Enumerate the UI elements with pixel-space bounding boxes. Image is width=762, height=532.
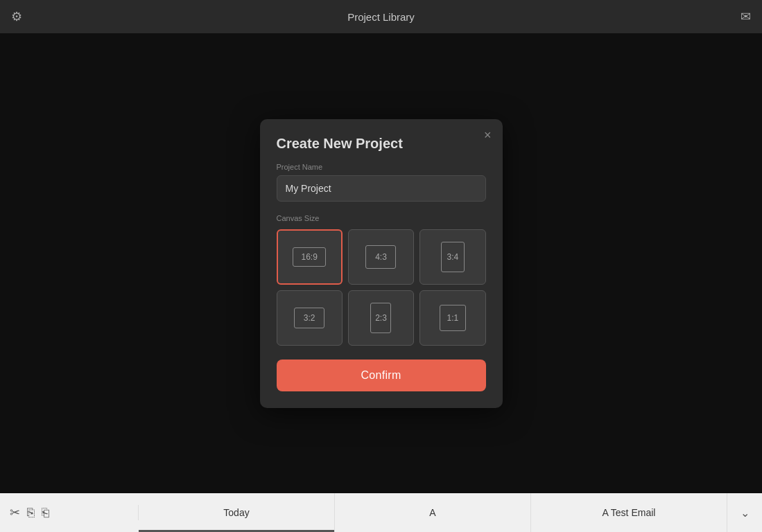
scissors-icon[interactable]: ✂	[10, 505, 20, 520]
project-name-label: Project Name	[277, 163, 486, 171]
bottom-tabs: Today A A Test Email	[139, 493, 727, 532]
tab-a-label: A	[429, 507, 435, 518]
create-project-modal: × Create New Project Project Name Canvas…	[260, 119, 503, 408]
confirm-button[interactable]: Confirm	[277, 360, 486, 391]
canvas-option-4-3[interactable]: 4:3	[348, 229, 414, 285]
canvas-ratio-box-3-4: 3:4	[441, 242, 465, 272]
canvas-ratio-box-1-1: 1:1	[440, 305, 466, 331]
canvas-ratio-label-2-3: 2:3	[375, 313, 387, 323]
canvas-option-16-9[interactable]: 16:9	[277, 229, 343, 285]
canvas-size-grid: 16:9 4:3 3:4 3:2 2:3	[277, 229, 486, 346]
tab-test-email[interactable]: A Test Email	[531, 493, 727, 532]
canvas-option-1-1[interactable]: 1:1	[419, 290, 485, 346]
copy-icon[interactable]: ⎘	[27, 506, 35, 520]
canvas-ratio-label-1-1: 1:1	[447, 313, 458, 323]
bottom-bar: ✂ ⎘ ⎗ Today A A Test Email ⌄	[0, 493, 762, 532]
project-name-input[interactable]	[277, 175, 486, 202]
bottom-icons: ✂ ⎘ ⎗	[0, 505, 139, 520]
canvas-ratio-box-3-2: 3:2	[294, 308, 324, 328]
top-bar: ⚙ Project Library ✉	[0, 0, 762, 33]
modal-overlay: × Create New Project Project Name Canvas…	[0, 33, 762, 493]
canvas-ratio-label-3-2: 3:2	[304, 313, 315, 323]
gear-icon[interactable]: ⚙	[11, 9, 22, 24]
page-title: Project Library	[347, 11, 415, 23]
canvas-size-label: Canvas Size	[277, 214, 486, 222]
canvas-ratio-box-16-9: 16:9	[293, 247, 326, 267]
tab-today[interactable]: Today	[139, 493, 335, 532]
canvas-ratio-label-4-3: 4:3	[375, 252, 387, 262]
close-button[interactable]: ×	[484, 129, 492, 141]
tab-today-label: Today	[223, 507, 249, 518]
tab-test-email-label: A Test Email	[603, 507, 656, 518]
chevron-down-icon: ⌄	[741, 506, 750, 520]
canvas-ratio-box-4-3: 4:3	[365, 245, 396, 269]
canvas-option-3-4[interactable]: 3:4	[419, 229, 485, 285]
more-tabs-button[interactable]: ⌄	[727, 493, 762, 532]
inbox-icon[interactable]: ✉	[741, 9, 751, 24]
canvas-ratio-box-2-3: 2:3	[370, 303, 391, 333]
canvas-ratio-label-3-4: 3:4	[447, 252, 458, 262]
canvas-option-3-2[interactable]: 3:2	[277, 290, 343, 346]
tab-a[interactable]: A	[335, 493, 531, 532]
canvas-ratio-label-16-9: 16:9	[301, 252, 317, 262]
canvas-option-2-3[interactable]: 2:3	[348, 290, 414, 346]
paste-icon[interactable]: ⎗	[42, 506, 49, 520]
modal-title: Create New Project	[277, 136, 486, 152]
